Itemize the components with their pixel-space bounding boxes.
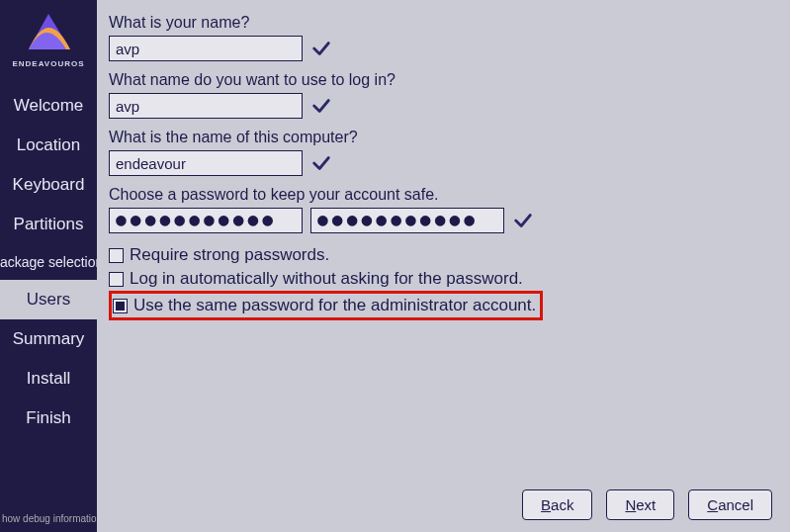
cancel-button[interactable]: Cancel: [688, 489, 772, 520]
next-button[interactable]: Next: [606, 489, 674, 520]
logo: ENDEAVOUROS: [0, 0, 97, 76]
autologin-checkbox[interactable]: [109, 272, 124, 287]
sidebar-item-install[interactable]: Install: [0, 359, 97, 399]
sidebar: ENDEAVOUROS Welcome Location Keyboard Pa…: [0, 0, 97, 532]
nav: Welcome Location Keyboard Partitions ack…: [0, 86, 97, 438]
checkmark-icon: [310, 152, 332, 174]
checkmark-icon: [310, 38, 332, 59]
login-label: What name do you want to use to log in?: [109, 71, 776, 89]
main-panel: What is your name? What name do you want…: [97, 0, 790, 532]
button-bar: Back Next Cancel: [109, 480, 776, 532]
sidebar-item-location[interactable]: Location: [0, 126, 97, 165]
checkmark-icon: [512, 210, 534, 231]
name-label: What is your name?: [109, 14, 776, 32]
sidebar-item-partitions[interactable]: Partitions: [0, 205, 97, 244]
sidebar-item-users[interactable]: Users: [0, 280, 97, 319]
name-input[interactable]: [109, 36, 303, 61]
sidebar-item-package-selection[interactable]: ackage selection: [0, 244, 97, 280]
password-label: Choose a password to keep your account s…: [109, 186, 776, 204]
sidebar-item-keyboard[interactable]: Keyboard: [0, 165, 97, 205]
autologin-label: Log in automatically without asking for …: [130, 269, 523, 289]
login-input[interactable]: [109, 93, 303, 119]
sidebar-item-welcome[interactable]: Welcome: [0, 86, 97, 126]
password-confirm-input[interactable]: ●●●●●●●●●●●: [310, 208, 504, 233]
sidebar-item-summary[interactable]: Summary: [0, 319, 97, 359]
checkmark-icon: [310, 95, 332, 117]
same-password-checkbox[interactable]: [113, 299, 128, 313]
host-label: What is the name of this computer?: [109, 129, 776, 146]
password-input[interactable]: ●●●●●●●●●●●: [109, 208, 303, 233]
same-password-highlight: Use the same password for the administra…: [109, 291, 543, 320]
back-button[interactable]: Back: [522, 489, 592, 520]
strong-password-checkbox[interactable]: [109, 248, 124, 263]
sidebar-item-finish[interactable]: Finish: [0, 399, 97, 438]
endeavouros-logo-icon: [19, 8, 78, 57]
same-password-label: Use the same password for the administra…: [133, 296, 536, 315]
brand-text: ENDEAVOUROS: [12, 59, 84, 68]
host-input[interactable]: [109, 150, 303, 176]
debug-info-link[interactable]: how debug information: [0, 505, 97, 532]
strong-password-label: Require strong passwords.: [130, 245, 329, 265]
